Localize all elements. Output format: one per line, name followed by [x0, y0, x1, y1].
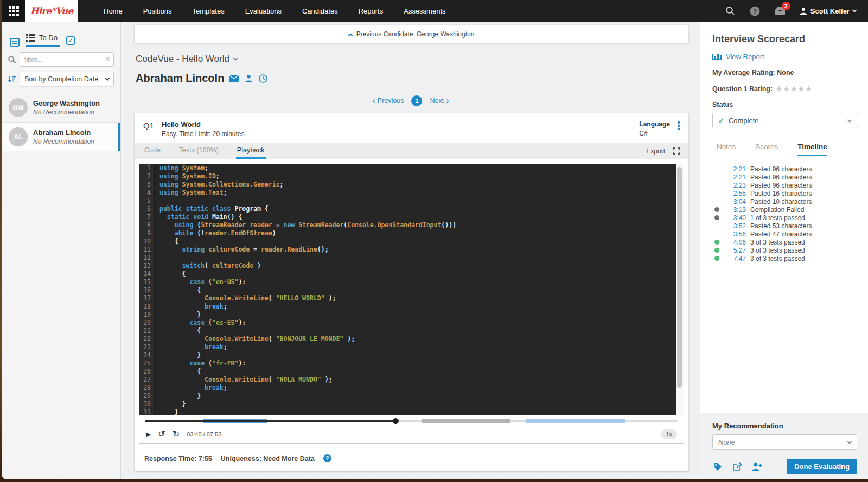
avatar: AL: [9, 127, 28, 146]
chevron-down-icon: [852, 8, 857, 12]
candidate-list-item[interactable]: ALAbraham LincolnNo Recommendation: [2, 122, 120, 151]
line-number: 15: [139, 278, 155, 286]
playhead-handle[interactable]: [393, 418, 399, 424]
timeline-time-link[interactable]: 2:55: [726, 190, 746, 197]
search-icon[interactable]: [725, 5, 736, 16]
star-icon[interactable]: ★: [776, 85, 783, 93]
hirevue-logo[interactable]: Hire*Vue: [25, 0, 78, 22]
help-icon[interactable]: ?: [750, 5, 761, 16]
status-select[interactable]: ✓ Complete: [712, 113, 857, 128]
line-number: 8: [139, 221, 155, 229]
timeline-time-link[interactable]: 4:06: [726, 239, 746, 246]
previous-question-button[interactable]: ‹Previous: [373, 97, 404, 105]
timeline-time-link[interactable]: 2:23: [726, 182, 746, 189]
tab-playback[interactable]: Playback: [236, 143, 266, 159]
tab-code[interactable]: Code: [143, 143, 162, 159]
nav-item-assessments[interactable]: Assessments: [393, 0, 456, 22]
playback-speed-button[interactable]: 1x: [661, 429, 677, 439]
scrollbar-thumb[interactable]: [677, 167, 682, 388]
timeline-text: 1 of 3 tests passed: [750, 214, 805, 222]
profile-icon[interactable]: [244, 74, 253, 83]
tab-tests-100-[interactable]: Tests (100%): [178, 143, 220, 159]
star-icon[interactable]: ★: [783, 85, 791, 93]
timeline-time-link[interactable]: 3:40: [726, 214, 746, 222]
todo-tab[interactable]: To Do: [26, 34, 60, 47]
nav-item-templates[interactable]: Templates: [182, 0, 234, 22]
average-rating: My Average Rating: None: [712, 69, 857, 76]
bar-chart-icon: [712, 54, 722, 60]
question-menu-icon[interactable]: [678, 120, 680, 138]
code-text: case ("es-ES"):: [155, 319, 246, 327]
view-report-link[interactable]: View Report: [712, 53, 857, 61]
playback-controls: ▶ ↺ ↻ 03:40 / 07:53 1x: [139, 426, 684, 443]
line-number: 29: [139, 392, 155, 400]
play-button[interactable]: ▶: [146, 430, 151, 438]
top-navbar: Hire*Vue HomePositionsTemplatesEvaluatio…: [2, 0, 868, 22]
rewind-icon[interactable]: ↺: [158, 430, 165, 439]
filter-input[interactable]: [20, 52, 114, 67]
app-grid-button[interactable]: [2, 0, 25, 22]
done-evaluating-button[interactable]: Done Evaluating: [787, 459, 857, 474]
email-icon[interactable]: [229, 74, 239, 83]
candidate-list-item[interactable]: GWGeorge WashingtonNo Recommendation: [2, 93, 120, 122]
user-menu[interactable]: Scott Keller: [800, 7, 856, 15]
timeline-entry: 7:473 of 3 tests passed: [712, 254, 857, 262]
add-evaluator-icon[interactable]: [751, 461, 762, 472]
previous-candidate-banner[interactable]: Previous Candidate: George Washington: [135, 25, 688, 43]
scrubber-played: [145, 420, 395, 422]
code-line: 29 }: [139, 392, 676, 400]
scorecard-tab-scores[interactable]: Scores: [755, 143, 778, 156]
line-number: 7: [139, 213, 155, 221]
star-icon[interactable]: ★: [798, 85, 806, 93]
sort-select[interactable]: Sort by Completion Date: [20, 72, 114, 86]
star-icon[interactable]: ★: [806, 85, 813, 93]
timeline-dot: [712, 240, 726, 245]
page-number-button[interactable]: 1: [411, 95, 422, 106]
timeline-time-link[interactable]: 3:56: [726, 230, 746, 238]
playback-scrubber[interactable]: [139, 415, 684, 426]
timeline-dot: [712, 215, 726, 220]
code-text: public static class Program {: [155, 205, 269, 213]
timeline-time-link[interactable]: 3:52: [726, 222, 746, 230]
next-question-button[interactable]: Next›: [430, 97, 449, 105]
timeline-time-link[interactable]: 3:04: [726, 198, 746, 205]
scorecard-tab-notes[interactable]: Notes: [717, 143, 736, 156]
interview-title-dropdown[interactable]: CodeVue - Hello World: [136, 54, 700, 65]
editor-scrollbar[interactable]: [676, 164, 684, 415]
next-candidate-banner[interactable]: Next Candidate: none: [135, 479, 688, 479]
nav-item-reports[interactable]: Reports: [348, 0, 394, 22]
history-clock-icon[interactable]: [258, 74, 268, 83]
recommendation-select[interactable]: None: [712, 434, 857, 450]
timeline-time-link[interactable]: 2:21: [726, 165, 746, 173]
timeline-time-link[interactable]: 3:13: [726, 206, 746, 214]
code-line: 6public static class Program {: [139, 205, 676, 213]
filter-search-icon: [8, 55, 16, 64]
share-icon[interactable]: [732, 461, 743, 472]
timeline-time-link[interactable]: 2:21: [726, 173, 746, 181]
line-number: 14: [139, 270, 155, 278]
scorecard-tab-timeline[interactable]: Timeline: [797, 143, 827, 156]
green-dot-icon: [714, 240, 719, 245]
rating-stars[interactable]: ★★★★★: [776, 85, 813, 93]
timeline-time-link[interactable]: 5:27: [726, 247, 746, 254]
uniqueness-help-icon[interactable]: ?: [323, 454, 331, 462]
forward-icon[interactable]: ↻: [173, 430, 180, 439]
export-button[interactable]: Export: [646, 147, 665, 155]
completed-filter-checkbox[interactable]: ✓: [66, 36, 75, 45]
nav-item-evaluations[interactable]: Evaluations: [235, 0, 292, 22]
fullscreen-icon[interactable]: [673, 147, 680, 155]
chevron-down-icon: [105, 76, 110, 80]
nav-item-positions[interactable]: Positions: [133, 0, 182, 22]
scorecard-panel: Interview Scorecard View Report My Avera…: [700, 22, 868, 479]
timeline-time-link[interactable]: 7:47: [726, 255, 746, 262]
code-editor[interactable]: 1using System;2using System.IO;3using Sy…: [139, 164, 684, 415]
inbox-icon[interactable]: 2: [775, 5, 786, 16]
code-text: Console.WriteLine( "BONJOUR LE MONDE" );: [155, 335, 355, 343]
clear-filter-icon[interactable]: ✕: [105, 55, 111, 63]
tag-icon[interactable]: [712, 461, 723, 472]
nav-item-candidates[interactable]: Candidates: [292, 0, 348, 22]
card-view-icon[interactable]: [10, 38, 20, 47]
star-icon[interactable]: ★: [790, 85, 798, 93]
code-line: 2using System.IO;: [139, 172, 676, 181]
nav-item-home[interactable]: Home: [93, 0, 133, 22]
